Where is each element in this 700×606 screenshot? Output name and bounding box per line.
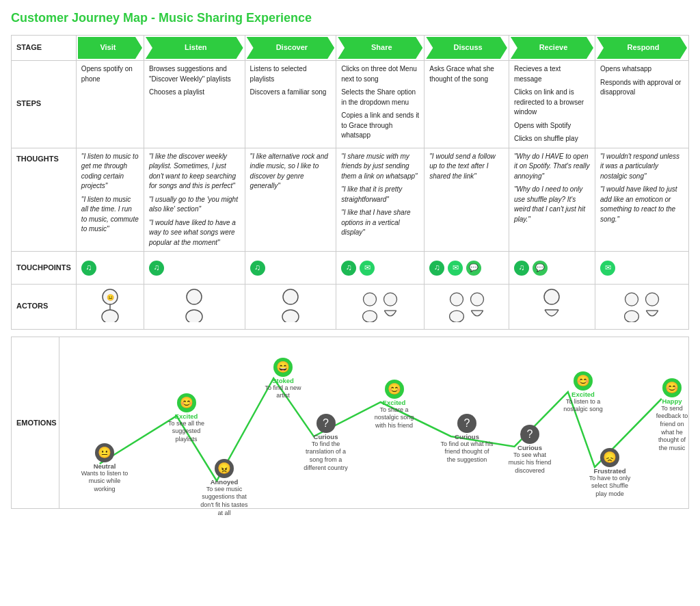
stage-row: STAGE Visit Listen Discover Share Discus… xyxy=(12,36,689,61)
emotion-node-excited-listen: 😊 Excited To see all the suggested playl… xyxy=(161,393,212,444)
step-text: Clicks on three dot Menu next to song xyxy=(341,64,419,84)
spotify-icon: ♫ xyxy=(149,261,164,276)
actor-female-svg xyxy=(643,291,661,322)
touchpoints-recieve: ♫ 💬 xyxy=(509,252,595,285)
emotion-node-stoked: 😄 Stoked To find a new artist xyxy=(259,358,307,400)
svg-point-10 xyxy=(384,293,397,306)
emotion-face-neutral: 😐 xyxy=(95,443,114,462)
emotion-face-stoked: 😄 xyxy=(273,358,293,377)
emotion-desc-happy: To send feedback to friend on what he th… xyxy=(656,405,688,453)
emotions-label: EMOTIONS xyxy=(12,337,59,508)
emotions-inner: EMOTIONS 😐 Neutral Wants to listen to mu… xyxy=(12,337,688,508)
emotion-node-excited-recieve: 😊 Excited To listen to a nostalgic song xyxy=(560,371,606,414)
thought-quote: "I would have liked to just add like an … xyxy=(600,185,684,224)
stage-arrow-listen: Listen xyxy=(146,37,243,59)
emotion-desc-excited-recieve: To listen to a nostalgic song xyxy=(560,398,606,414)
page-title: Customer Journey Map - Music Sharing Exp… xyxy=(11,11,689,25)
step-text: Responds with approval or disapproval xyxy=(600,78,684,98)
step-text: Opens with Spotify xyxy=(514,121,590,131)
thought-quote: "I usually go to the 'you might also lik… xyxy=(149,195,240,215)
svg-point-12 xyxy=(450,293,463,306)
actors-label: ACTORS xyxy=(12,285,77,330)
emotion-name-excited: Excited xyxy=(175,412,198,420)
step-text: Discovers a familiar song xyxy=(250,88,332,98)
emotion-name-curious-discover: Curious xyxy=(314,433,338,440)
emotion-node-annoyed: 😠 Annoyed To see music suggestions that … xyxy=(200,459,249,518)
emotion-face-curious-discuss: ? xyxy=(457,414,476,433)
touchpoints-row: TOUCHPOINTS ♫ ♫ ♫ ♫ ✉ ♫ ✉ 💬 xyxy=(12,252,689,285)
touchpoint-icons-visit: ♫ xyxy=(81,261,139,276)
actors-respond xyxy=(595,285,689,330)
steps-label: STEPS xyxy=(12,61,77,148)
actor-figure-svg: 😐 xyxy=(100,288,120,322)
thought-quote: "I wouldn't respond unless it was a part… xyxy=(600,152,684,182)
stage-arrow-visit: Visit xyxy=(78,37,142,59)
thoughts-discuss: "I would send a follow up to the text af… xyxy=(425,148,509,252)
whatsapp-icon: ✉ xyxy=(448,261,463,276)
spotify-icon: ♫ xyxy=(514,261,529,276)
stage-share: Share xyxy=(336,36,425,61)
svg-point-20 xyxy=(645,293,658,306)
thoughts-row: THOUGHTS "I listen to music to get me th… xyxy=(12,148,689,252)
thought-quote: "I listen to music all the time. I run t… xyxy=(81,195,139,235)
step-text: Opens whatsapp xyxy=(600,64,684,75)
emotion-name-stoked: Stoked xyxy=(272,377,294,384)
svg-point-13 xyxy=(449,311,463,322)
touchpoint-icons-discuss: ♫ ✉ 💬 xyxy=(429,261,504,276)
thoughts-recieve: "Why do I HAVE to open it on Spotify. Th… xyxy=(509,148,595,252)
emotion-desc-excited-listen: To see all the suggested playlists xyxy=(161,420,212,444)
svg-point-1 xyxy=(102,310,118,322)
svg-point-14 xyxy=(470,293,483,306)
emotion-name-excited-recieve: Excited xyxy=(571,391,595,398)
emotions-section: EMOTIONS 😐 Neutral Wants to listen to mu… xyxy=(11,337,689,509)
svg-point-9 xyxy=(363,311,377,322)
thoughts-respond: "I wouldn't respond unless it was a part… xyxy=(595,148,689,252)
journey-table: STAGE Visit Listen Discover Share Discus… xyxy=(11,35,689,330)
step-text: Clicks on link and is redirected to a br… xyxy=(514,88,590,118)
svg-point-5 xyxy=(186,310,202,322)
actor-figure-svg xyxy=(280,288,301,322)
emotion-node-neutral: 😐 Neutral Wants to listen to music while… xyxy=(80,443,129,494)
touchpoints-respond: ✉ xyxy=(595,252,689,285)
actor-female-svg xyxy=(381,291,399,322)
thought-quote: "I like that it is pretty straightforwar… xyxy=(341,185,419,205)
touchpoint-icons-recieve: ♫ 💬 xyxy=(514,261,590,276)
emotion-name-curious-recieve: Curious xyxy=(517,444,542,451)
thoughts-share: "I share music with my friends by just s… xyxy=(336,148,425,252)
actors-row: ACTORS 😐 xyxy=(12,285,689,330)
stage-discuss: Discuss xyxy=(425,36,509,61)
step-text: Clicks on shuffle play xyxy=(514,134,590,144)
stage-respond: Respond xyxy=(595,36,689,61)
steps-respond: Opens whatsapp Responds with approval or… xyxy=(595,61,689,148)
thought-quote: "I share music with my friends by just s… xyxy=(341,152,419,182)
spotify-icon: ♫ xyxy=(81,261,96,276)
emotion-desc-annoyed: To see music suggestions that don't fit … xyxy=(200,486,249,518)
thought-quote: "I like that I have share options in a v… xyxy=(341,208,419,238)
thoughts-discover: "I like alternative rock and indie music… xyxy=(245,148,336,252)
step-text: Browses suggestions and "Discover Weekly… xyxy=(149,64,240,84)
svg-point-16 xyxy=(544,289,559,304)
emotion-node-happy: 😊 Happy To send feedback to friend on wh… xyxy=(656,378,688,453)
thoughts-listen: "I like the discover weekly playlist. So… xyxy=(144,148,245,252)
steps-visit: Opens spotify on phone xyxy=(76,61,144,148)
actors-recieve xyxy=(509,285,595,330)
stage-discover: Discover xyxy=(245,36,336,61)
steps-discover: Listens to selected playlists Discovers … xyxy=(245,61,336,148)
actors-listen xyxy=(144,285,245,330)
touchpoints-discover: ♫ xyxy=(245,252,336,285)
step-text: Chooses a playlist xyxy=(149,88,240,98)
emotion-name-happy: Happy xyxy=(662,397,682,405)
stage-visit: Visit xyxy=(76,36,144,61)
touchpoint-icons-share: ♫ ✉ xyxy=(341,261,419,276)
svg-text:😐: 😐 xyxy=(106,293,114,302)
spotify-icon: ♫ xyxy=(250,261,265,276)
touchpoints-label: TOUCHPOINTS xyxy=(12,252,77,285)
stage-arrow-discover: Discover xyxy=(247,37,335,59)
step-text: Copies a link and sends it to Grace thro… xyxy=(341,111,419,141)
actors-discuss xyxy=(425,285,509,330)
step-text: Selects the Share option in the dropdown… xyxy=(341,88,419,107)
emotion-name-annoyed: Annoyed xyxy=(211,478,239,486)
touchpoints-share: ♫ ✉ xyxy=(336,252,425,285)
touchpoints-discuss: ♫ ✉ 💬 xyxy=(425,252,509,285)
emotion-node-curious-recieve: ? Curious To see what music his friend d… xyxy=(505,425,554,475)
